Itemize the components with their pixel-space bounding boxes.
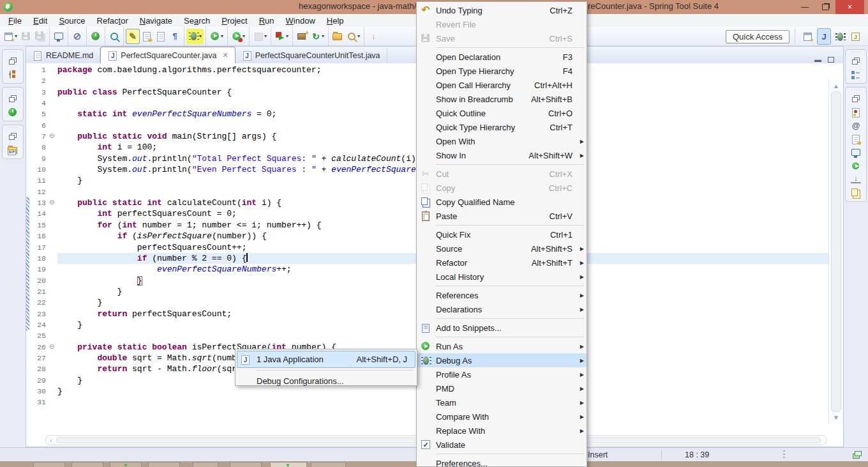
coverage-button[interactable]: ▾ <box>230 29 247 44</box>
context-menu-item-team[interactable]: Team▶ <box>417 395 587 410</box>
context-menu-item-quick-type-hierarchy[interactable]: Quick Type HierarchyCtrl+T <box>417 120 587 134</box>
line-number[interactable]: 28 <box>29 364 49 374</box>
menubar-item-edit[interactable]: Edit <box>27 14 53 27</box>
highlighter-button[interactable]: ✎ <box>126 29 140 44</box>
context-menu-item-run-as[interactable]: Run As▶ <box>417 339 587 353</box>
context-menu-item-open-type-hierarchy[interactable]: Open Type HierarchyF4 <box>417 64 587 78</box>
context-menu-item-copy[interactable]: CopyCtrl+C <box>417 181 587 195</box>
quick-access-button[interactable]: Quick Access <box>726 30 789 43</box>
declaration-view-button[interactable] <box>851 132 861 146</box>
context-menu-item-compare-with[interactable]: Compare With▶ <box>417 410 587 424</box>
taskbar-button[interactable] <box>71 462 103 467</box>
line-number[interactable]: 22 <box>29 297 49 308</box>
package-explorer-view-button[interactable] <box>8 68 18 81</box>
restore-view-button[interactable] <box>851 54 861 68</box>
context-menu-item-show-in[interactable]: Show InAlt+Shift+W▶ <box>417 148 587 162</box>
line-number[interactable]: 30 <box>29 386 49 397</box>
line-number[interactable]: 5 <box>29 109 49 119</box>
outline-view-button[interactable] <box>851 68 861 81</box>
open-resource-button[interactable] <box>331 29 345 44</box>
boot-dashboard-view-button[interactable] <box>8 105 18 119</box>
tab-close-icon[interactable]: ✕ <box>222 51 228 59</box>
line-number[interactable]: 29 <box>29 375 49 386</box>
menubar-item-file[interactable]: File <box>3 14 27 27</box>
scroll-left-icon[interactable]: ‹ <box>46 436 56 444</box>
context-menu-item-profile-as[interactable]: Profile As▶ <box>417 367 587 381</box>
spring-perspective-button[interactable]: J <box>849 28 863 45</box>
show-source-button[interactable] <box>154 29 168 44</box>
line-number[interactable]: 26 <box>29 342 49 353</box>
line-number[interactable]: 16 <box>29 231 49 241</box>
line-number[interactable]: 8 <box>29 142 49 153</box>
context-menu-item-cut[interactable]: ✂CutCtrl+X <box>417 167 587 181</box>
search-button[interactable]: ▾ <box>345 29 362 44</box>
restore-view-button[interactable] <box>8 54 18 68</box>
context-menu-item-replace-with[interactable]: Replace With▶ <box>417 424 587 438</box>
close-button[interactable]: × <box>835 0 864 14</box>
debug-application-button[interactable] <box>107 29 121 44</box>
restore-view-button[interactable] <box>8 130 18 143</box>
last-edit-location-button[interactable]: ↓ <box>366 29 380 44</box>
minimize-button[interactable]: — <box>795 0 815 14</box>
tab-readme-md[interactable]: README.md <box>26 48 100 63</box>
dropdown-arrow-icon[interactable]: ▾ <box>322 33 324 39</box>
progress-view-button[interactable] <box>851 159 861 172</box>
history-view-button[interactable] <box>851 186 861 199</box>
submenu-item-1-java-application[interactable]: J1 Java ApplicationAlt+Shift+D, J <box>237 351 415 368</box>
context-menu-item-copy-qualified-name[interactable]: Copy Qualified Name <box>417 195 587 209</box>
boot-dashboard-button[interactable] <box>89 29 103 44</box>
taskbar-button[interactable] <box>311 462 346 467</box>
context-menu-item-preferences[interactable]: Preferences... <box>417 456 587 467</box>
menubar-item-help[interactable]: Help <box>321 14 350 27</box>
restore-view-button[interactable] <box>851 92 861 105</box>
profile-button[interactable]: ▾ <box>273 29 290 44</box>
menubar-item-run[interactable]: Run <box>253 14 280 27</box>
line-number[interactable]: 13 <box>29 197 49 208</box>
line-number[interactable]: 9 <box>29 153 49 164</box>
scroll-down-icon[interactable]: ▼ <box>829 414 843 421</box>
dropdown-arrow-icon[interactable]: ▾ <box>221 33 223 39</box>
menubar-item-refactor[interactable]: Refactor <box>91 14 134 27</box>
dropdown-arrow-icon[interactable]: ▾ <box>264 33 267 39</box>
refresh-button[interactable]: ↻▾ <box>309 29 326 44</box>
console-view-button[interactable] <box>851 146 861 159</box>
context-menu-item-quick-outline[interactable]: Quick OutlineCtrl+O <box>417 106 587 120</box>
context-menu-item-show-in-breadcrumb[interactable]: Show in BreadcrumbAlt+Shift+B <box>417 92 587 106</box>
fold-marker-icon[interactable]: ⊖ <box>49 131 57 142</box>
tab-perfectsquarecounter-java[interactable]: JPerfectSquareCounter.java✕ <box>100 47 235 63</box>
taskbar-button[interactable] <box>270 462 307 467</box>
stop-button[interactable]: ▾ <box>251 29 269 44</box>
dropdown-arrow-icon[interactable]: ▾ <box>357 33 360 39</box>
context-menu-item-paste[interactable]: PasteCtrl+V <box>417 209 587 223</box>
restore-view-button[interactable] <box>8 92 18 105</box>
vertical-scroll-thumb[interactable] <box>831 91 841 412</box>
line-number[interactable]: 18 <box>29 253 49 264</box>
line-number[interactable]: 6 <box>29 120 49 131</box>
line-number[interactable]: 25 <box>29 330 49 341</box>
javadoc-view-button[interactable]: @ <box>851 119 861 132</box>
tasks-view-button[interactable] <box>851 105 861 119</box>
context-menu-item-debug-as[interactable]: Debug As▶ <box>417 353 587 367</box>
context-menu-item-references[interactable]: References▶ <box>417 288 587 302</box>
open-console-button[interactable] <box>52 29 66 44</box>
menubar-item-search[interactable]: Search <box>178 14 216 27</box>
context-menu-item-revert-file[interactable]: Revert File <box>417 17 587 31</box>
line-number[interactable]: 23 <box>29 309 49 319</box>
line-number[interactable]: 20 <box>29 275 49 286</box>
mark-occurrences-button[interactable] <box>140 29 154 44</box>
save-button[interactable] <box>19 29 33 44</box>
run-button[interactable]: ▾ <box>208 29 225 44</box>
skip-breakpoints-button[interactable]: ⊘ <box>70 29 84 44</box>
dropdown-arrow-icon[interactable]: ▾ <box>243 33 245 39</box>
context-menu-item-save[interactable]: SaveCtrl+S <box>417 31 587 45</box>
line-number[interactable]: 31 <box>29 397 49 408</box>
fold-marker-icon[interactable]: ⊖ <box>49 342 57 353</box>
line-number[interactable]: 4 <box>29 98 49 109</box>
context-menu-item-open-declaration[interactable]: Open DeclarationF3 <box>417 50 587 64</box>
line-number[interactable]: 17 <box>29 242 49 253</box>
editor-minimize-icon[interactable]: ▬ <box>814 56 821 63</box>
line-number[interactable]: 12 <box>29 187 49 197</box>
taskbar-button[interactable] <box>110 462 142 467</box>
menubar-item-source[interactable]: Source <box>53 14 91 27</box>
context-menu-item-local-history[interactable]: Local History▶ <box>417 270 587 284</box>
